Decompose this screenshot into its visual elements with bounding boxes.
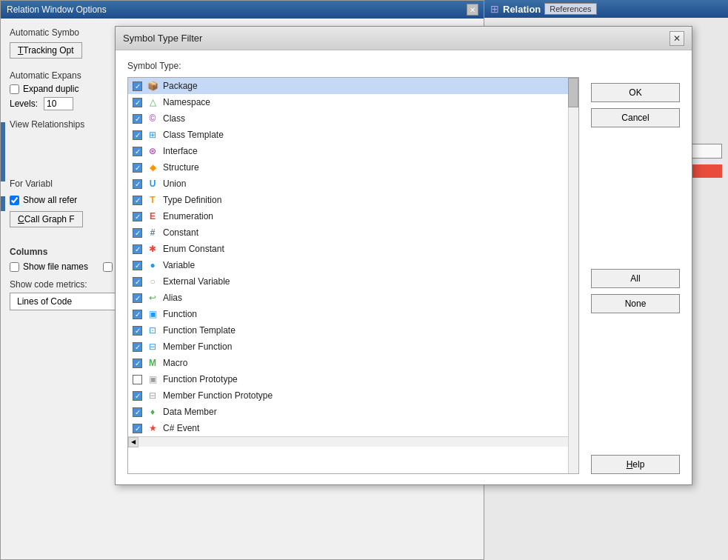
list-item[interactable]: ✓★C# Event bbox=[128, 420, 568, 436]
help-button[interactable]: Help bbox=[591, 455, 680, 474]
list-item-icon: 📦 bbox=[147, 80, 158, 92]
list-item-checkbox[interactable]: ✓ bbox=[133, 98, 142, 107]
list-item-checkbox[interactable]: ✓ bbox=[133, 163, 142, 173]
list-item[interactable]: ✓△Namespace bbox=[128, 94, 568, 110]
list-item[interactable]: ✓EEnumeration bbox=[128, 208, 568, 224]
dialog-titlebar: Symbol Type Filter ✕ bbox=[116, 27, 692, 50]
horiz-scroll-track bbox=[138, 437, 568, 447]
list-item[interactable]: ✓●Variable bbox=[128, 257, 568, 273]
bg-window-title-text: Relation Window Options bbox=[7, 4, 107, 15]
list-item-checkbox[interactable]: ✓ bbox=[133, 424, 142, 433]
list-item-label: Alias bbox=[163, 293, 182, 303]
spacer2 bbox=[591, 319, 680, 449]
list-item[interactable]: ✓#Constant bbox=[128, 224, 568, 241]
dialog-close-button[interactable]: ✕ bbox=[669, 31, 684, 46]
list-item-checkbox[interactable]: ✓ bbox=[133, 293, 142, 303]
show-all-label: Show all refer bbox=[23, 195, 77, 205]
list-item-checkbox[interactable]: ✓ bbox=[133, 407, 142, 417]
bg-window-close-btn[interactable]: ✕ bbox=[467, 4, 478, 16]
call-graph-button[interactable]: CCall Graph F bbox=[10, 211, 83, 227]
list-item-checkbox[interactable]: ✓ bbox=[133, 277, 142, 287]
list-item[interactable]: ✓📦Package bbox=[128, 78, 568, 94]
right-panel-titlebar: ⊞ Relation References bbox=[484, 0, 728, 18]
list-item-checkbox[interactable]: ✓ bbox=[133, 310, 142, 319]
list-item[interactable]: ▣Function Prototype bbox=[128, 371, 568, 387]
list-item-label: Function bbox=[163, 309, 197, 319]
levels-input[interactable] bbox=[44, 97, 73, 110]
list-item-checkbox[interactable]: ✓ bbox=[133, 114, 142, 124]
list-item[interactable]: ✓⊡Function Template bbox=[128, 322, 568, 339]
list-item[interactable]: ✓◆Structure bbox=[128, 159, 568, 176]
ok-button[interactable]: OK bbox=[591, 83, 680, 102]
list-item-checkbox[interactable]: ✓ bbox=[133, 179, 142, 189]
list-item[interactable]: ✓UUnion bbox=[128, 176, 568, 192]
list-item-icon: # bbox=[147, 227, 158, 239]
list-item[interactable]: ✓✱Enum Constant bbox=[128, 241, 568, 257]
list-item-checkbox[interactable] bbox=[133, 375, 142, 384]
list-item[interactable]: ✓↩Alias bbox=[128, 290, 568, 306]
list-item-icon: △ bbox=[147, 96, 158, 108]
list-item-checkbox[interactable]: ✓ bbox=[133, 326, 142, 336]
scroll-left-arrow[interactable]: ◀ bbox=[128, 437, 138, 447]
list-item[interactable]: ✓○External Variable bbox=[128, 273, 568, 290]
list-item-checkbox[interactable]: ✓ bbox=[133, 244, 142, 254]
list-item-checkbox[interactable]: ✓ bbox=[133, 261, 142, 270]
references-button[interactable]: References bbox=[544, 3, 596, 15]
relation-title: Relation bbox=[503, 4, 541, 15]
show-file-names-row: Show file names bbox=[10, 261, 88, 272]
list-item-label: Class bbox=[163, 113, 185, 124]
all-button[interactable]: All bbox=[591, 269, 680, 288]
list-item-checkbox[interactable]: ✓ bbox=[133, 391, 142, 401]
scrollbar-track[interactable] bbox=[568, 78, 578, 473]
list-item[interactable]: ✓⊞Class Template bbox=[128, 127, 568, 143]
list-item-label: Interface bbox=[163, 146, 198, 156]
spacer bbox=[591, 133, 680, 263]
list-item[interactable]: ✓TType Definition bbox=[128, 192, 568, 208]
bg-window-title: Relation Window Options bbox=[7, 4, 107, 15]
list-item-label: Namespace bbox=[163, 97, 210, 107]
list-item-icon: ↩ bbox=[147, 292, 158, 304]
list-item-label: Type Definition bbox=[163, 195, 221, 205]
symbol-type-list[interactable]: ✓📦Package✓△Namespace✓©Class✓⊞Class Templ… bbox=[127, 77, 579, 474]
list-item-icon: ⊟ bbox=[147, 390, 158, 401]
list-item-checkbox[interactable]: ✓ bbox=[133, 81, 142, 91]
list-item-icon: E bbox=[147, 210, 158, 222]
list-item-label: Union bbox=[163, 179, 186, 189]
list-item-icon: ○ bbox=[147, 276, 158, 287]
list-item-checkbox[interactable]: ✓ bbox=[133, 196, 142, 205]
show-line-numbers-checkbox[interactable] bbox=[103, 262, 113, 272]
show-all-checkbox[interactable] bbox=[10, 196, 19, 205]
tracking-opt-button[interactable]: TTracking Opt bbox=[10, 42, 82, 59]
list-item[interactable]: ✓▣Function bbox=[128, 306, 568, 322]
list-item-icon: ⊟ bbox=[147, 341, 158, 353]
list-item[interactable]: ✓♦Data Member bbox=[128, 404, 568, 420]
list-item-label: Package bbox=[163, 81, 198, 91]
list-item-label: Data Member bbox=[163, 407, 217, 417]
list-item[interactable]: ✓⊟Member Function Prototype bbox=[128, 387, 568, 404]
list-item-checkbox[interactable]: ✓ bbox=[133, 228, 142, 238]
show-file-names-checkbox[interactable] bbox=[10, 262, 19, 272]
left-bar2 bbox=[1, 196, 5, 211]
list-item-icon: U bbox=[147, 178, 158, 190]
list-item-label: Constant bbox=[163, 227, 198, 238]
list-item-label: Function Template bbox=[163, 325, 236, 336]
list-item-checkbox[interactable]: ✓ bbox=[133, 147, 142, 156]
dialog-left-panel: Symbol Type: ✓📦Package✓△Namespace✓©Class… bbox=[127, 61, 579, 474]
levels-label: Levels: bbox=[10, 99, 38, 109]
list-item-checkbox[interactable]: ✓ bbox=[133, 342, 142, 352]
list-item[interactable]: ✓⊟Member Function bbox=[128, 339, 568, 355]
list-item[interactable]: ✓MMacro bbox=[128, 355, 568, 371]
list-item-checkbox[interactable]: ✓ bbox=[133, 130, 142, 140]
expand-dup-checkbox[interactable] bbox=[10, 84, 19, 94]
list-item[interactable]: ✓⊛Interface bbox=[128, 143, 568, 159]
horiz-scrollbar[interactable]: ◀ ▶ bbox=[128, 436, 578, 447]
relation-icon: ⊞ bbox=[490, 3, 499, 15]
cancel-button[interactable]: Cancel bbox=[591, 108, 680, 127]
list-item-icon: T bbox=[147, 194, 158, 206]
list-item-checkbox[interactable]: ✓ bbox=[133, 212, 142, 221]
none-button[interactable]: None bbox=[591, 294, 680, 313]
list-item-checkbox[interactable]: ✓ bbox=[133, 359, 142, 368]
list-item-label: Structure bbox=[163, 162, 199, 173]
scrollbar-thumb[interactable] bbox=[568, 78, 578, 107]
list-item[interactable]: ✓©Class bbox=[128, 110, 568, 127]
